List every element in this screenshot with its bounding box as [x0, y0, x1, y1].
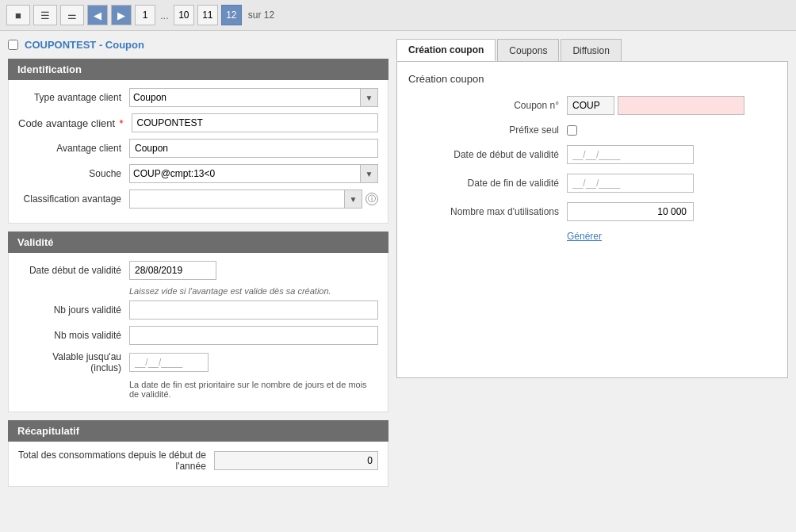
tab-content: Création coupon Coupon n° COUP Préfixe s… — [396, 61, 788, 378]
total-label: Total des consommations depuis le début … — [18, 450, 214, 472]
type-avantage-select-wrap: Coupon ▼ — [129, 88, 378, 107]
right-date-fin-input[interactable]: __/__/____ — [567, 174, 694, 193]
identification-header: Identification — [8, 59, 388, 80]
page-dots: ... — [159, 10, 170, 21]
coupon-suffix-input[interactable] — [618, 96, 744, 115]
nb-jours-row: Nb jours validité — [18, 300, 378, 320]
coupon-num-wrap: COUP — [567, 96, 744, 115]
classification-info-icon[interactable]: ⓘ — [365, 193, 378, 205]
page-checkbox[interactable] — [8, 40, 18, 50]
tab-creation-coupon[interactable]: Création coupon — [396, 39, 496, 61]
right-date-debut-input[interactable]: __/__/____ — [567, 145, 694, 164]
toolbar: ■ ☰ ⚌ ◀ ▶ 1 ... 10 11 12 sur 12 — [0, 0, 796, 31]
table-icon: ⚌ — [67, 10, 77, 21]
right-date-fin-row: Date de fin de validité __/__/____ — [408, 174, 776, 193]
table-view-button[interactable]: ⚌ — [60, 5, 84, 25]
code-avantage-input[interactable]: COUPONTEST — [132, 113, 378, 132]
nb-jours-label: Nb jours validité — [18, 304, 129, 316]
avantage-client-label: Avantage client — [18, 143, 129, 154]
list-view-button[interactable]: ☰ — [33, 5, 57, 25]
total-row: Total des consommations depuis le début … — [18, 450, 378, 472]
generer-row: Générer — [408, 231, 776, 242]
souche-select-wrap: COUP@cmpt:13<0 ▼ — [129, 164, 378, 183]
date-debut-label: Date début de validité — [18, 265, 129, 276]
prefix-seul-label: Préfixe seul — [408, 124, 567, 136]
validite-header: Validité — [8, 232, 388, 253]
nb-mois-row: Nb mois validité — [18, 326, 378, 345]
code-avantage-label: Code avantage client * — [18, 117, 132, 129]
recapitulatif-header: Récapitulatif — [8, 420, 388, 442]
right-date-debut-label: Date de début de validité — [408, 149, 567, 160]
type-avantage-arrow[interactable]: ▼ — [361, 88, 378, 107]
right-date-debut-row: Date de début de validité __/__/____ — [408, 145, 776, 164]
chevron-left-icon: ◀ — [94, 10, 101, 21]
page-title-row: COUPONTEST - Coupon — [8, 39, 388, 51]
date-hint2: La date de fin est prioritaire sur le no… — [129, 380, 378, 399]
left-panel: COUPONTEST - Coupon Identification Type … — [8, 39, 388, 522]
classification-select[interactable] — [129, 189, 345, 209]
tab-coupons[interactable]: Coupons — [497, 39, 559, 61]
classification-row: Classification avantage ▼ ⓘ — [18, 189, 378, 209]
chevron-right-icon: ▶ — [117, 10, 125, 21]
identification-body: Type avantage client Coupon ▼ Code avant… — [8, 80, 388, 224]
souche-arrow[interactable]: ▼ — [361, 164, 378, 183]
souche-select[interactable]: COUP@cmpt:13<0 — [129, 164, 361, 183]
avantage-client-input[interactable]: Coupon — [129, 139, 378, 158]
generer-button[interactable]: Générer — [567, 231, 602, 242]
coupon-prefix-input: COUP — [567, 96, 614, 115]
souche-row: Souche COUP@cmpt:13<0 ▼ — [18, 164, 378, 183]
date-debut-row: Date début de validité 28/08/2019 — [18, 261, 378, 280]
date-hint: Laissez vide si l'avantage est valide dè… — [129, 286, 378, 296]
page-title-text: COUPONTEST - Coupon — [25, 39, 144, 51]
nb-max-row: Nombre max d'utilisations 10 000 — [408, 202, 776, 221]
page-11[interactable]: 11 — [197, 5, 218, 25]
tab-diffusion[interactable]: Diffusion — [561, 39, 621, 61]
classification-label: Classification avantage — [18, 193, 129, 205]
nb-mois-input[interactable] — [129, 326, 378, 345]
page-10[interactable]: 10 — [174, 5, 194, 25]
type-avantage-row: Type avantage client Coupon ▼ — [18, 88, 378, 107]
classification-arrow[interactable]: ▼ — [345, 189, 362, 209]
grid-view-button[interactable]: ■ — [6, 5, 30, 25]
prefix-seul-checkbox[interactable] — [567, 125, 577, 136]
classification-select-wrap: ▼ ⓘ — [129, 189, 378, 209]
prev-page-button[interactable]: ◀ — [87, 5, 108, 25]
prefix-seul-checkbox-wrap — [567, 125, 577, 136]
page-1[interactable]: 1 — [135, 5, 155, 25]
page-12[interactable]: 12 — [221, 5, 242, 25]
page-total: sur 12 — [248, 10, 274, 21]
right-date-fin-label: Date de fin de validité — [408, 178, 567, 189]
validite-body: Date début de validité 28/08/2019 Laisse… — [8, 253, 388, 412]
coupon-n-row: Coupon n° COUP — [408, 96, 776, 115]
prefix-seul-row: Préfixe seul — [408, 124, 776, 136]
date-debut-input[interactable]: 28/08/2019 — [129, 261, 216, 280]
coupon-n-label: Coupon n° — [408, 100, 567, 111]
tab-content-title: Création coupon — [408, 73, 776, 85]
right-panel: Création coupon Coupons Diffusion Créati… — [396, 39, 788, 522]
type-avantage-select[interactable]: Coupon — [129, 88, 361, 107]
total-input: 0 — [214, 451, 378, 470]
required-star: * — [120, 117, 124, 129]
nb-mois-label: Nb mois validité — [18, 330, 129, 341]
avantage-client-row: Avantage client Coupon — [18, 139, 378, 158]
list-icon: ☰ — [40, 10, 50, 21]
recapitulatif-body: Total des consommations depuis le début … — [8, 442, 388, 487]
next-page-button[interactable]: ▶ — [111, 5, 132, 25]
nb-max-input[interactable]: 10 000 — [567, 202, 694, 221]
code-avantage-row: Code avantage client * COUPONTEST — [18, 113, 378, 132]
souche-label: Souche — [18, 168, 129, 179]
nb-jours-input[interactable] — [129, 300, 378, 320]
type-avantage-label: Type avantage client — [18, 92, 129, 103]
tabs-bar: Création coupon Coupons Diffusion — [396, 39, 788, 61]
grid-icon: ■ — [15, 10, 21, 21]
valable-label: Valable jusqu'au(inclus) — [18, 351, 129, 373]
nb-max-label: Nombre max d'utilisations — [408, 206, 567, 217]
valable-input[interactable]: __/__/____ — [129, 353, 209, 372]
valable-row: Valable jusqu'au(inclus) __/__/____ — [18, 351, 378, 373]
